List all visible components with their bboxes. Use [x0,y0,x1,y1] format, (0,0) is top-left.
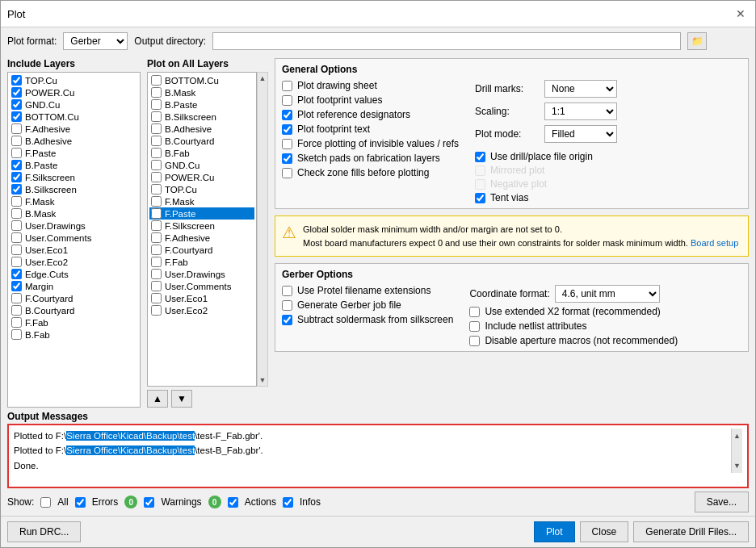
list-item[interactable]: User.Eco2 [10,256,138,268]
include-layers-list: TOP.Cu POWER.Cu GND.Cu BOTTOM.Cu F.Adhes… [7,72,141,408]
output-scrollbar[interactable]: ▲ ▼ [731,429,742,473]
list-item[interactable]: B.Courtyard [149,135,254,147]
list-item[interactable]: B.Paste [10,159,138,171]
list-item[interactable]: B.Fab [149,147,254,159]
plot-footprint-values-checkbox[interactable] [282,95,292,106]
scaling-select[interactable]: 1:1 [544,102,617,120]
drill-marks-select[interactable]: None [544,80,617,98]
list-item[interactable]: TOP.Cu [10,74,138,86]
list-item[interactable]: B.Mask [10,207,138,220]
subtract-soldermask-checkbox[interactable] [282,315,292,325]
list-item-selected[interactable]: F.Paste [149,207,254,220]
option-plot-footprint-values: Plot footprint values [282,94,459,106]
extended-x2-checkbox[interactable] [469,307,480,317]
run-drc-button[interactable]: Run DRC... [7,521,81,542]
plot-footprint-text-checkbox[interactable] [282,124,292,135]
tent-vias-label: Tent vias [490,192,528,203]
close-icon[interactable]: ✕ [733,6,749,22]
tent-vias-checkbox[interactable] [475,193,485,203]
output-line-3: Done. [14,458,731,473]
list-item[interactable]: GND.Cu [149,159,254,171]
option-plot-footprint-text: Plot footprint text [282,123,459,135]
close-button[interactable]: Close [580,521,629,542]
list-item[interactable]: User.Drawings [149,268,254,280]
plot-format-select[interactable]: Gerber [63,32,128,50]
list-item[interactable]: User.Eco2 [149,304,254,316]
list-item[interactable]: B.Mask [149,86,254,98]
move-up-button[interactable]: ▲ [147,390,168,408]
list-item[interactable]: Margin [10,280,138,292]
plot-list-scrollbar[interactable]: ▲ ▼ [257,72,268,387]
output-messages-section: Output Messages Plotted to F:\Sierra Off… [7,411,749,488]
list-item[interactable]: F.Mask [10,195,138,207]
generate-drill-files-button[interactable]: Generate Drill Files... [633,521,749,542]
show-actions-checkbox[interactable] [228,497,238,508]
list-item[interactable]: F.Fab [10,316,138,328]
check-zone-fills-checkbox[interactable] [282,168,292,178]
force-plotting-checkbox[interactable] [282,139,292,149]
include-netlist-checkbox[interactable] [469,321,480,332]
list-item[interactable]: User.Eco1 [10,244,138,256]
output-messages-title: Output Messages [7,411,749,422]
list-item[interactable]: POWER.Cu [10,86,138,98]
board-setup-link[interactable]: Board setup [691,238,738,248]
disable-aperture-checkbox[interactable] [469,336,480,346]
list-item[interactable]: B.Adhesive [149,123,254,135]
negative-plot-checkbox[interactable] [475,179,485,190]
list-item[interactable]: TOP.Cu [149,183,254,195]
list-item[interactable]: F.Mask [149,195,254,207]
list-item[interactable]: B.Silkscreen [149,111,254,123]
list-item[interactable]: F.Adhesive [10,123,138,135]
list-item[interactable]: F.Paste [10,147,138,159]
output-dir-input[interactable] [212,32,681,50]
plot-drawing-sheet-checkbox[interactable] [282,81,292,91]
list-item[interactable]: F.Courtyard [149,244,254,256]
list-item[interactable]: B.Paste [149,98,254,111]
list-item[interactable]: F.Silkscreen [149,220,254,232]
mirrored-plot-checkbox[interactable] [475,165,485,176]
plot-reference-designators-checkbox[interactable] [282,110,292,120]
list-item[interactable]: User.Comments [10,232,138,244]
protel-extensions-checkbox[interactable] [282,286,292,296]
move-down-button[interactable]: ▼ [171,390,192,408]
list-item[interactable]: F.Silkscreen [10,171,138,183]
list-item[interactable]: User.Eco1 [149,292,254,304]
subtract-soldermask-label: Subtract soldermask from silkscreen [297,314,453,325]
list-item[interactable]: F.Courtyard [10,292,138,304]
list-item[interactable]: User.Comments [149,280,254,292]
list-item[interactable]: B.Courtyard [10,304,138,316]
list-item[interactable]: BOTTOM.Cu [149,74,254,86]
save-button[interactable]: Save... [695,492,749,512]
output-text: Plotted to F:\Sierra Office\Kicad\Backup… [14,429,731,473]
general-options-grid: Plot drawing sheet Plot footprint values… [282,80,741,203]
use-drill-origin-checkbox[interactable] [475,152,485,162]
option-check-zone-fills: Check zone fills before plotting [282,167,459,178]
browse-folder-button[interactable]: 📁 [687,32,707,50]
gerber-options-section: Gerber Options Use Protel filename exten… [275,263,749,352]
list-item[interactable]: B.Adhesive [10,135,138,147]
list-item[interactable]: BOTTOM.Cu [10,111,138,123]
show-warnings-checkbox[interactable] [144,497,154,508]
list-item[interactable]: F.Fab [149,256,254,268]
plot-mode-label: Plot mode: [475,128,540,140]
list-item[interactable]: GND.Cu [10,98,138,111]
generate-job-file-label: Generate Gerber job file [297,299,401,311]
option-plot-reference-designators: Plot reference designators [282,109,459,120]
plot-mode-select[interactable]: Filled [544,125,617,143]
list-item[interactable]: POWER.Cu [149,171,254,183]
list-item[interactable]: F.Adhesive [149,232,254,244]
show-all-checkbox[interactable] [40,497,51,508]
option-use-drill-origin: Use drill/place file origin [475,151,617,162]
sketch-pads-checkbox[interactable] [282,153,292,164]
show-infos-checkbox[interactable] [283,497,293,508]
option-include-netlist: Include netlist attributes [469,320,678,332]
list-item[interactable]: B.Fab [10,328,138,341]
list-item[interactable]: B.Silkscreen [10,183,138,195]
plot-button[interactable]: Plot [534,521,575,542]
show-errors-checkbox[interactable] [75,497,86,508]
generate-job-file-checkbox[interactable] [282,300,292,311]
coord-format-select[interactable]: 4.6, unit mm [555,285,660,303]
list-item[interactable]: Edge.Cuts [10,268,138,280]
extended-x2-label: Use extended X2 format (recommended) [485,306,660,317]
list-item[interactable]: User.Drawings [10,220,138,232]
